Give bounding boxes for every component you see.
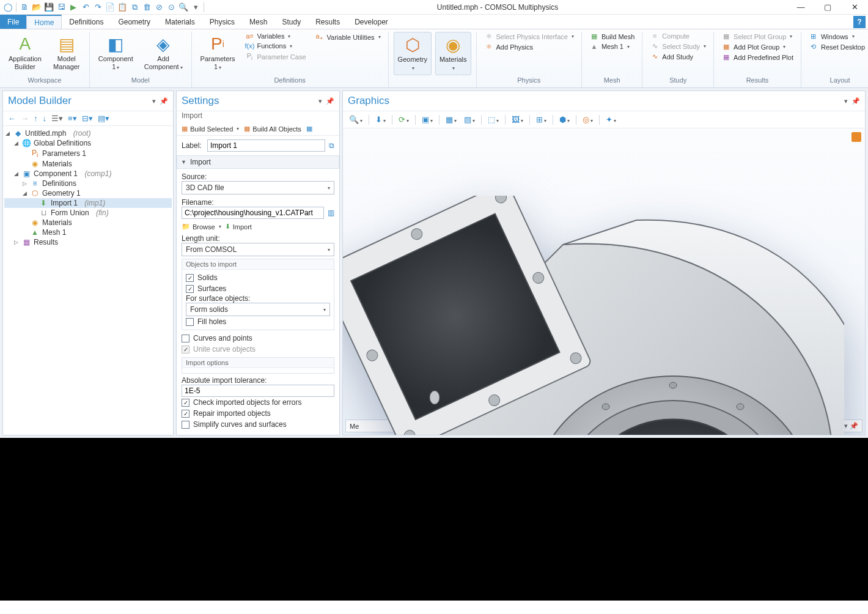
grid-icon[interactable]: ⊞▾ — [534, 114, 549, 125]
close-button[interactable]: ✕ — [841, 0, 868, 15]
collapse-icon[interactable]: ≡▾ — [67, 114, 78, 123]
messages-dropdown-icon[interactable]: ▾ 📌 — [844, 422, 858, 430]
open-icon[interactable]: 📂 — [31, 2, 42, 13]
label-input[interactable] — [207, 139, 325, 152]
select-study-button[interactable]: ∿Select Study▾ — [647, 42, 708, 51]
save-as-icon[interactable]: 🖫 — [56, 2, 67, 13]
image-icon[interactable]: 🖼▾ — [509, 114, 526, 125]
nav-down-icon[interactable]: ↓ — [42, 114, 48, 123]
build-selected-button[interactable]: ▦Build Selected▾ — [182, 125, 239, 133]
functions-button[interactable]: f(x)Functions▾ — [242, 42, 308, 50]
help-button[interactable]: ? — [853, 16, 866, 28]
tree-materials-global[interactable]: ◉Materials — [4, 159, 172, 169]
add-study-button[interactable]: ∿Add Study — [647, 52, 708, 61]
pin-icon[interactable]: 📌 — [326, 97, 334, 105]
undo-icon[interactable]: ↶ — [80, 2, 91, 13]
tree-component[interactable]: ◢▣Component 1 (comp1) — [4, 169, 172, 179]
length-unit-select[interactable]: From COMSOL▾ — [182, 243, 334, 256]
find-icon[interactable]: 🔍 — [178, 2, 189, 13]
tab-physics[interactable]: Physics — [202, 15, 242, 29]
maximize-button[interactable]: ▢ — [814, 0, 841, 15]
paste-icon[interactable]: 📋 — [117, 2, 128, 13]
view-icon[interactable]: ⬇▾ — [373, 114, 388, 125]
add-predef-plot-button[interactable]: ▦Add Predefined Plot — [719, 53, 796, 62]
simplify-checkbox[interactable]: Simplify curves and surfaces — [182, 419, 334, 430]
tab-file[interactable]: File — [0, 15, 26, 29]
tree-import[interactable]: ⬇Import 1 (imp1) — [4, 198, 172, 208]
nav-back-icon[interactable]: ← — [7, 114, 17, 123]
application-builder-button[interactable]: A Application Builder — [5, 32, 45, 73]
build-extra-icon[interactable]: ▦ — [306, 125, 312, 133]
panel-dropdown-icon[interactable]: ▾ — [318, 97, 322, 105]
geometry-button[interactable]: ⬡ Geometry▾ — [394, 32, 432, 75]
run-icon[interactable]: ▶ — [68, 2, 79, 13]
tree-materials-comp[interactable]: ◉Materials — [4, 218, 172, 227]
compute-button[interactable]: =Compute — [647, 32, 708, 40]
render-icon[interactable]: ▦▾ — [443, 114, 459, 125]
tab-geometry[interactable]: Geometry — [111, 15, 158, 29]
import-section-header[interactable]: ▼Import — [177, 155, 339, 169]
redo-icon[interactable]: ↷ — [92, 2, 103, 13]
mesh1-button[interactable]: ▲Mesh 1▾ — [587, 42, 637, 51]
add-component-button[interactable]: ◈ Add Component▾ — [141, 32, 186, 74]
tab-developer[interactable]: Developer — [347, 15, 395, 29]
tab-definitions[interactable]: Definitions — [62, 15, 111, 29]
graphics-canvas[interactable]: Me ▾ 📌 — [343, 128, 865, 435]
tab-home[interactable]: Home — [26, 15, 62, 29]
copy-icon[interactable]: 📄 — [105, 2, 116, 13]
surfaces-checkbox[interactable]: Surfaces — [186, 283, 330, 294]
tab-study[interactable]: Study — [274, 15, 308, 29]
abs-tol-input[interactable] — [182, 385, 334, 397]
disable-icon[interactable]: ⊘ — [153, 2, 164, 13]
for-surface-select[interactable]: Form solids▾ — [186, 303, 330, 316]
variables-button[interactable]: a=Variables▾ — [242, 32, 308, 40]
add-plot-button[interactable]: ▦Add Plot Group▾ — [719, 42, 796, 51]
tree-root[interactable]: ◢◆Untitled.mph (root) — [4, 128, 172, 138]
tab-materials[interactable]: Materials — [158, 15, 202, 29]
tab-results[interactable]: Results — [308, 15, 347, 29]
tree-parameters[interactable]: PiParameters 1 — [4, 148, 172, 159]
tab-mesh[interactable]: Mesh — [242, 15, 274, 29]
pin-icon[interactable]: 📌 — [851, 97, 860, 105]
filename-input[interactable] — [182, 207, 324, 219]
import-button[interactable]: ⬇Import — [225, 223, 252, 231]
fill-holes-checkbox[interactable]: Fill holes — [186, 316, 330, 327]
component-button[interactable]: ◧ Component 1▾ — [95, 32, 137, 74]
parameter-case-button[interactable]: PiParameter Case — [242, 51, 308, 62]
select-plot-button[interactable]: ▦Select Plot Group▾ — [719, 32, 796, 41]
duplicate-icon[interactable]: ⧉ — [129, 2, 140, 13]
minimize-button[interactable]: — — [787, 0, 814, 15]
tree-view-icon[interactable]: ▤▾ — [97, 114, 111, 123]
new-icon[interactable]: 🗎 — [19, 2, 30, 13]
build-all-button[interactable]: ▦Build All Objects — [244, 125, 301, 133]
pin-icon[interactable]: 📌 — [160, 97, 168, 105]
save-icon[interactable]: 💾 — [43, 2, 54, 13]
filename-browse-icon[interactable]: ▥ — [328, 209, 334, 217]
tree-results[interactable]: ▷▦Results — [4, 237, 172, 247]
preset-icon[interactable]: ✦▾ — [603, 114, 619, 125]
solids-checkbox[interactable]: Solids — [186, 272, 330, 283]
variable-utilities-button[interactable]: a∘Variable Utilities▾ — [312, 32, 383, 42]
transparency-icon[interactable]: ▨▾ — [462, 114, 477, 125]
add-physics-button[interactable]: ⚛Add Physics — [482, 42, 576, 51]
source-select[interactable]: 3D CAD file▾ — [182, 181, 334, 194]
materials-button[interactable]: ◉ Materials▾ — [435, 32, 471, 75]
model-manager-button[interactable]: ▤ Model Manager — [49, 32, 84, 73]
tree-geometry[interactable]: ◢⬡Geometry 1 — [4, 188, 172, 198]
tree-form-union[interactable]: ⊔Form Union (fin) — [4, 208, 172, 218]
panel-dropdown-icon[interactable]: ▾ — [152, 97, 156, 105]
clip-icon[interactable]: ⬚▾ — [485, 114, 501, 125]
check-errors-checkbox[interactable]: Check imported objects for errors — [182, 397, 334, 408]
tree-mesh[interactable]: ▲Mesh 1 — [4, 227, 172, 237]
link-icon[interactable]: ⧉ — [329, 141, 334, 150]
expand-icon[interactable]: ⊟▾ — [81, 114, 94, 123]
nav-up-icon[interactable]: ↑ — [32, 114, 39, 123]
select-mode-icon[interactable]: ▣▾ — [419, 114, 435, 125]
zoom-icon[interactable]: 🔍▾ — [347, 114, 365, 125]
camera-icon[interactable]: ◎▾ — [580, 114, 595, 125]
rotate-icon[interactable]: ⟳▾ — [396, 114, 411, 125]
enable-icon[interactable]: ⊙ — [166, 2, 177, 13]
panel-dropdown-icon[interactable]: ▾ — [844, 97, 848, 105]
parameters-button[interactable]: Pi Parameters 1▾ — [197, 32, 239, 74]
delete-icon[interactable]: 🗑 — [141, 2, 152, 13]
